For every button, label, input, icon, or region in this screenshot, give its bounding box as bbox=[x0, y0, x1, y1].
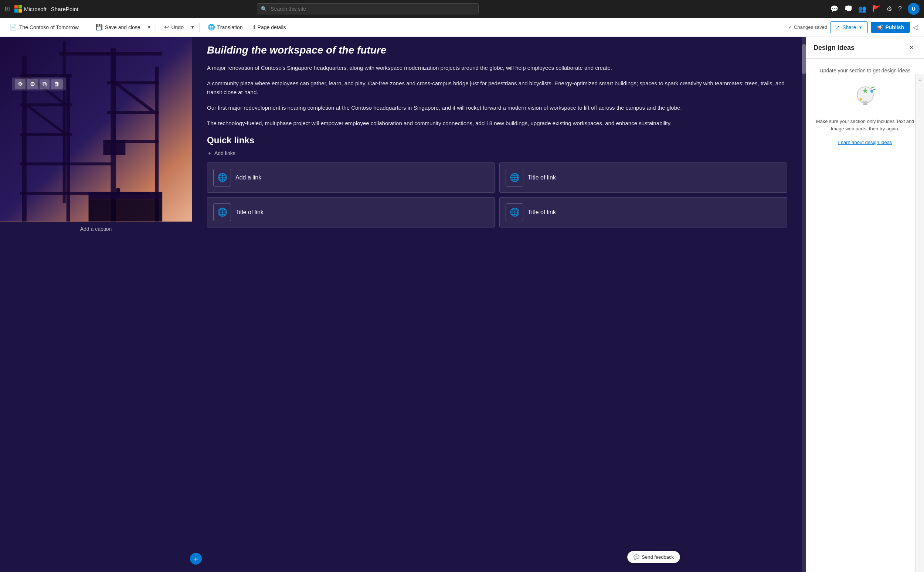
add-section-button[interactable]: ＋ bbox=[190, 553, 202, 564]
design-illustration bbox=[851, 81, 880, 110]
divider-2 bbox=[156, 23, 156, 32]
right-panel: Building the workspace of the future A m… bbox=[192, 37, 802, 572]
ms-logo-icon bbox=[14, 5, 22, 12]
side-rail-icon[interactable]: ≡ bbox=[918, 77, 921, 83]
toolbar-right: ✓ Changes saved ↗ Share ▼ 📢 Publish ◁ bbox=[788, 22, 918, 33]
undo-icon: ↩ bbox=[164, 23, 169, 31]
main-area: ✥ ⚙ ⧉ 🗑 bbox=[0, 37, 924, 572]
article-body: A major renovation of Contoso's Singapor… bbox=[207, 64, 787, 128]
changes-saved-status: ✓ Changes saved bbox=[788, 24, 827, 30]
microsoft-label: Microsoft bbox=[24, 6, 47, 12]
link-label-3: Title of link bbox=[235, 209, 263, 216]
divider-3 bbox=[199, 23, 199, 32]
svg-point-22 bbox=[116, 188, 120, 193]
caption-input[interactable]: Add a caption bbox=[0, 222, 192, 236]
scrollbar-thumb[interactable] bbox=[802, 44, 806, 74]
design-panel-header: Design ideas ✕ bbox=[806, 37, 924, 59]
changes-saved-label: Changes saved bbox=[794, 24, 827, 30]
link-globe-icon-3: 🌐 bbox=[213, 204, 231, 221]
undo-button[interactable]: ↩ Undo bbox=[160, 22, 187, 33]
translation-icon: 🌐 bbox=[208, 23, 215, 31]
links-grid: 🌐 Add a link 🌐 Title of link 🌐 Title of … bbox=[207, 162, 787, 227]
site-label: The Contoso of Tomorrow bbox=[19, 24, 79, 30]
svg-rect-23 bbox=[117, 193, 119, 198]
publish-button[interactable]: 📢 Publish bbox=[871, 22, 910, 33]
translation-button[interactable]: 🌐 Translation bbox=[204, 22, 246, 33]
svg-rect-16 bbox=[59, 52, 162, 55]
add-links-button[interactable]: ＋ Add links bbox=[207, 150, 787, 157]
design-ideas-panel: Design ideas ✕ Update your section to ge… bbox=[806, 37, 924, 572]
collapse-icon[interactable]: ◁ bbox=[913, 23, 918, 31]
share-dropdown[interactable]: ▼ bbox=[859, 25, 863, 30]
page-scrollbar[interactable] bbox=[802, 37, 806, 572]
link-card-2[interactable]: 🌐 Title of link bbox=[499, 162, 787, 193]
article-para-3: Our first major redevelopment is nearing… bbox=[207, 103, 787, 112]
svg-line-30 bbox=[871, 87, 874, 88]
construction-svg bbox=[0, 37, 192, 222]
checkmark-icon: ✓ bbox=[788, 24, 792, 30]
add-links-icon: ＋ bbox=[207, 150, 212, 157]
caption-text: Add a caption bbox=[80, 226, 112, 232]
quick-links-section: Quick links ＋ Add links 🌐 Add a link 🌐 T… bbox=[207, 135, 787, 227]
settings-icon[interactable]: ⚙ bbox=[886, 5, 892, 13]
design-description: Make sure your section only includes Tex… bbox=[813, 118, 916, 132]
svg-rect-25 bbox=[862, 101, 868, 103]
move-tool[interactable]: ✥ bbox=[15, 79, 25, 89]
link-card-4[interactable]: 🌐 Title of link bbox=[499, 197, 787, 227]
chat-icon[interactable]: 💭 bbox=[844, 5, 852, 13]
svg-rect-8 bbox=[20, 162, 113, 165]
site-breadcrumb[interactable]: 📄 The Contoso of Tomorrow bbox=[6, 22, 83, 33]
sharepoint-icon: 📄 bbox=[9, 23, 17, 31]
save-close-button[interactable]: 💾 Save and close bbox=[92, 22, 144, 33]
share-button[interactable]: ↗ Share ▼ bbox=[830, 22, 868, 33]
people-icon[interactable]: 👥 bbox=[858, 5, 866, 13]
sharepoint-label: SharePoint bbox=[51, 6, 78, 12]
close-design-panel-button[interactable]: ✕ bbox=[907, 43, 916, 53]
save-close-dropdown[interactable]: ▼ bbox=[147, 25, 151, 30]
help-icon[interactable]: ? bbox=[898, 5, 902, 13]
add-links-label: Add links bbox=[214, 150, 235, 156]
secondary-toolbar: 📄 The Contoso of Tomorrow 💾 Save and clo… bbox=[0, 18, 924, 37]
avatar[interactable]: U bbox=[908, 3, 919, 15]
edit-toolbar: ✥ ⚙ ⧉ 🗑 bbox=[12, 78, 66, 90]
link-globe-icon-2: 🌐 bbox=[506, 169, 524, 187]
search-bar: 🔍 bbox=[257, 3, 478, 14]
publish-label: Publish bbox=[885, 24, 904, 30]
svg-rect-26 bbox=[863, 103, 868, 105]
left-panel: Add a caption bbox=[0, 37, 192, 572]
svg-rect-20 bbox=[89, 192, 163, 199]
save-icon: 💾 bbox=[95, 23, 103, 31]
svg-rect-2 bbox=[67, 74, 70, 221]
svg-rect-17 bbox=[63, 40, 66, 203]
design-panel-body: Update your section to get design ideas bbox=[806, 59, 924, 572]
link-label-4: Title of link bbox=[528, 209, 556, 216]
copy-tool[interactable]: ⧉ bbox=[39, 79, 50, 89]
search-input[interactable] bbox=[257, 3, 478, 14]
link-label-2: Title of link bbox=[528, 174, 556, 181]
page-details-button[interactable]: ℹ Page details bbox=[249, 22, 290, 33]
flag-icon[interactable]: 🚩 bbox=[872, 5, 880, 13]
translation-label: Translation bbox=[217, 24, 243, 30]
adjust-tool[interactable]: ⚙ bbox=[27, 79, 38, 89]
delete-tool[interactable]: 🗑 bbox=[51, 79, 63, 89]
page-details-icon: ℹ bbox=[253, 23, 256, 31]
learn-about-design-ideas-link[interactable]: Learn about design ideas bbox=[838, 140, 892, 145]
feedback-icon[interactable]: 💬 bbox=[830, 5, 838, 13]
share-label: Share bbox=[842, 24, 856, 30]
page-details-label: Page details bbox=[258, 24, 286, 30]
svg-rect-19 bbox=[103, 140, 125, 155]
link-globe-icon-1: 🌐 bbox=[213, 169, 231, 187]
construction-image bbox=[0, 37, 192, 222]
save-close-label: Save and close bbox=[105, 24, 140, 30]
design-hint: Update your section to get design ideas bbox=[820, 68, 911, 73]
undo-dropdown[interactable]: ▼ bbox=[190, 25, 195, 30]
link-card-1[interactable]: 🌐 Add a link bbox=[207, 162, 495, 193]
article-para-2: A community plaza where employees can ga… bbox=[207, 79, 787, 97]
app-grid-icon[interactable]: ⊞ bbox=[5, 5, 10, 13]
send-feedback-button[interactable]: 💬 Send feedback bbox=[627, 551, 680, 563]
quick-links-title: Quick links bbox=[207, 135, 787, 146]
search-icon: 🔍 bbox=[260, 6, 267, 12]
svg-rect-21 bbox=[89, 199, 163, 222]
ms-logo: Microsoft bbox=[14, 5, 47, 12]
link-card-3[interactable]: 🌐 Title of link bbox=[207, 197, 495, 227]
